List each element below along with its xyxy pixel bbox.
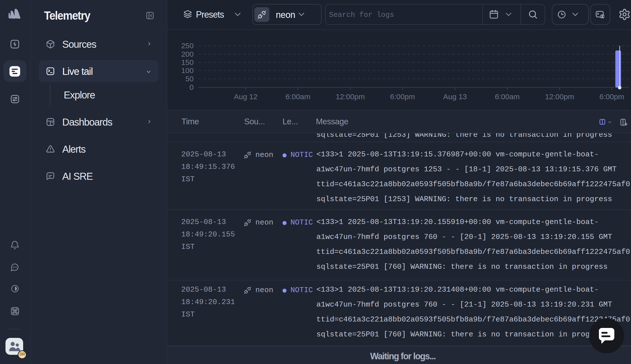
svg-text:100: 100: [181, 66, 194, 74]
svg-text:12:00pm: 12:00pm: [336, 92, 365, 101]
svg-text:6:00am: 6:00am: [285, 92, 310, 101]
svg-text:Aug 13: Aug 13: [443, 92, 467, 101]
svg-text:50: 50: [185, 74, 194, 83]
svg-text:250: 250: [181, 42, 194, 50]
svg-text:Aug 12: Aug 12: [234, 92, 257, 101]
svg-text:6:00pm: 6:00pm: [599, 92, 624, 101]
svg-text:200: 200: [181, 50, 194, 58]
svg-text:6:00pm: 6:00pm: [390, 92, 415, 101]
svg-text:150: 150: [181, 58, 194, 66]
svg-text:6:00am: 6:00am: [495, 92, 520, 101]
svg-text:12:00pm: 12:00pm: [545, 92, 574, 101]
svg-text:0: 0: [189, 83, 194, 91]
